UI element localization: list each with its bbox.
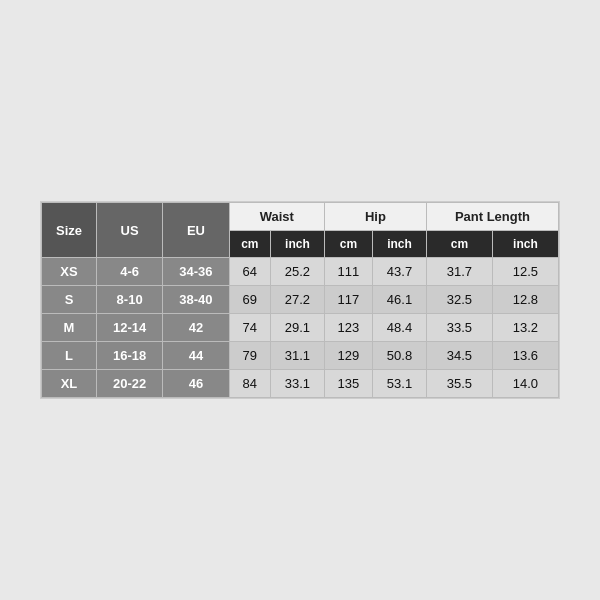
table-row: XS4-634-366425.211143.731.712.5 [42, 258, 559, 286]
cell-pant-inch: 12.5 [492, 258, 558, 286]
cell-pant-inch: 13.6 [492, 342, 558, 370]
cell-us: 8-10 [96, 286, 162, 314]
cell-hip-cm: 111 [324, 258, 372, 286]
size-chart-table: Size US EU Waist Hip Pant Length cm inch… [41, 202, 559, 398]
cell-waist-cm: 69 [229, 286, 270, 314]
col-header-us: US [96, 203, 162, 258]
waist-inch-header: inch [270, 231, 324, 258]
col-header-eu: EU [163, 203, 229, 258]
col-header-size: Size [42, 203, 97, 258]
cell-size: L [42, 342, 97, 370]
cell-us: 20-22 [96, 370, 162, 398]
cell-hip-inch: 43.7 [373, 258, 427, 286]
size-chart-wrapper: Size US EU Waist Hip Pant Length cm inch… [40, 201, 560, 399]
cell-hip-cm: 117 [324, 286, 372, 314]
cell-waist-inch: 33.1 [270, 370, 324, 398]
cell-waist-cm: 79 [229, 342, 270, 370]
cell-pant-cm: 31.7 [426, 258, 492, 286]
table-row: S8-1038-406927.211746.132.512.8 [42, 286, 559, 314]
cell-waist-inch: 27.2 [270, 286, 324, 314]
table-row: L16-18447931.112950.834.513.6 [42, 342, 559, 370]
cell-size: XS [42, 258, 97, 286]
col-header-pant-length: Pant Length [426, 203, 558, 231]
cell-waist-inch: 29.1 [270, 314, 324, 342]
pant-inch-header: inch [492, 231, 558, 258]
col-header-waist: Waist [229, 203, 324, 231]
cell-size: M [42, 314, 97, 342]
cell-pant-inch: 14.0 [492, 370, 558, 398]
cell-pant-inch: 12.8 [492, 286, 558, 314]
col-header-hip: Hip [324, 203, 426, 231]
cell-hip-cm: 135 [324, 370, 372, 398]
waist-cm-header: cm [229, 231, 270, 258]
hip-cm-header: cm [324, 231, 372, 258]
cell-waist-cm: 74 [229, 314, 270, 342]
cell-waist-inch: 25.2 [270, 258, 324, 286]
cell-pant-inch: 13.2 [492, 314, 558, 342]
cell-waist-inch: 31.1 [270, 342, 324, 370]
cell-pant-cm: 34.5 [426, 342, 492, 370]
cell-pant-cm: 35.5 [426, 370, 492, 398]
cell-eu: 44 [163, 342, 229, 370]
cell-size: S [42, 286, 97, 314]
cell-hip-inch: 53.1 [373, 370, 427, 398]
cell-eu: 38-40 [163, 286, 229, 314]
pant-cm-header: cm [426, 231, 492, 258]
cell-us: 16-18 [96, 342, 162, 370]
cell-waist-cm: 64 [229, 258, 270, 286]
cell-us: 12-14 [96, 314, 162, 342]
cell-pant-cm: 32.5 [426, 286, 492, 314]
cell-hip-cm: 123 [324, 314, 372, 342]
cell-us: 4-6 [96, 258, 162, 286]
cell-eu: 46 [163, 370, 229, 398]
cell-pant-cm: 33.5 [426, 314, 492, 342]
table-row: M12-14427429.112348.433.513.2 [42, 314, 559, 342]
cell-waist-cm: 84 [229, 370, 270, 398]
cell-size: XL [42, 370, 97, 398]
cell-hip-inch: 48.4 [373, 314, 427, 342]
cell-hip-inch: 46.1 [373, 286, 427, 314]
cell-eu: 42 [163, 314, 229, 342]
cell-hip-inch: 50.8 [373, 342, 427, 370]
cell-eu: 34-36 [163, 258, 229, 286]
hip-inch-header: inch [373, 231, 427, 258]
cell-hip-cm: 129 [324, 342, 372, 370]
table-row: XL20-22468433.113553.135.514.0 [42, 370, 559, 398]
